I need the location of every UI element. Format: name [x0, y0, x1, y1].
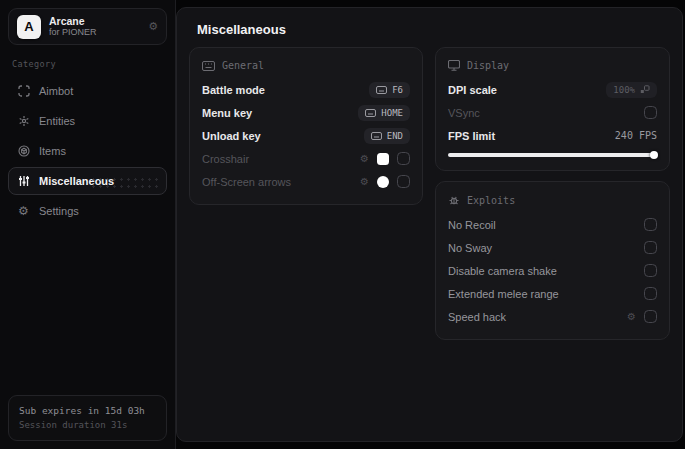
extended-melee-range-label: Extended melee range [448, 288, 559, 300]
offscreen-arrows-checkbox[interactable] [397, 175, 410, 188]
battle-mode-row: Battle mode F6 [202, 78, 410, 101]
dpi-scale-value: 100% [613, 85, 635, 95]
app-subtitle: for PIONER [49, 27, 140, 37]
unload-key-label: Unload key [202, 130, 261, 142]
crosshair-controls: ⚙ [360, 152, 410, 165]
display-card-header: Display [448, 60, 657, 71]
keyboard-icon [365, 109, 376, 117]
gear-icon[interactable]: ⚙ [627, 312, 636, 322]
crosshair-row: Crosshair ⚙ [202, 147, 410, 170]
general-card: General Battle mode F6 Menu key [189, 47, 423, 205]
sidebar-item-settings[interactable]: ⚙ Settings [8, 197, 167, 225]
sliders-icon [17, 175, 30, 188]
crosshair-label: Crosshair [202, 153, 249, 165]
gear-icon[interactable]: ⚙ [360, 154, 369, 164]
unload-key-keybind[interactable]: END [364, 128, 410, 144]
sidebar-item-label: Miscellaneous [39, 175, 114, 187]
gear-icon[interactable]: ⚙ [148, 20, 158, 33]
crosshair-checkbox[interactable] [397, 152, 410, 165]
fps-limit-label: FPS limit [448, 130, 495, 142]
extended-melee-range-checkbox[interactable] [644, 287, 657, 300]
speed-hack-controls: ⚙ [627, 310, 657, 323]
app-name: Arcane [49, 15, 140, 27]
entities-icon [17, 115, 30, 128]
no-recoil-label: No Recoil [448, 219, 496, 231]
battle-mode-keybind[interactable]: F6 [369, 82, 410, 98]
fps-limit-value: 240 FPS [615, 130, 657, 141]
no-recoil-checkbox[interactable] [644, 218, 657, 231]
offscreen-arrows-row: Off-Screen arrows ⚙ [202, 170, 410, 193]
fps-limit-row: FPS limit 240 FPS [448, 124, 657, 147]
sidebar-item-label: Aimbot [39, 85, 73, 97]
no-sway-checkbox[interactable] [644, 241, 657, 254]
exploits-header-label: Exploits [467, 195, 515, 206]
dpi-scale-label: DPI scale [448, 84, 497, 96]
keyboard-icon [202, 61, 215, 71]
fps-limit-slider[interactable] [448, 151, 657, 159]
extended-melee-range-row: Extended melee range [448, 282, 657, 305]
sidebar-item-entities[interactable]: Entities [8, 107, 167, 135]
vsync-checkbox[interactable] [644, 106, 657, 119]
dpi-scale-select[interactable]: 100% [606, 82, 657, 98]
slider-track [448, 153, 657, 157]
app-logo: A [17, 15, 41, 39]
vsync-label: VSync [448, 107, 480, 119]
battle-mode-label: Battle mode [202, 84, 265, 96]
unload-key-row: Unload key END [202, 124, 410, 147]
disable-camera-shake-label: Disable camera shake [448, 265, 557, 277]
crosshair-color-swatch[interactable] [377, 153, 389, 165]
offscreen-arrows-label: Off-Screen arrows [202, 176, 291, 188]
slider-thumb[interactable] [650, 151, 658, 159]
display-header-label: Display [467, 60, 509, 71]
menu-key-label: Menu key [202, 107, 252, 119]
keybind-value: END [387, 131, 403, 141]
menu-key-keybind[interactable]: HOME [358, 105, 410, 121]
display-card: Display DPI scale 100% VSync [435, 47, 670, 171]
sidebar-item-aimbot[interactable]: Aimbot [8, 77, 167, 105]
offscreen-arrows-controls: ⚙ [360, 175, 410, 188]
main-panel: Miscellaneous General Battle mode [176, 7, 683, 442]
sub-expires-text: Sub expires in 15d 03h [19, 404, 156, 418]
no-sway-label: No Sway [448, 242, 492, 254]
dpi-scale-row: DPI scale 100% [448, 78, 657, 101]
keyboard-icon [376, 86, 387, 94]
subscription-status-card: Sub expires in 15d 03h Session duration … [8, 395, 167, 441]
sidebar-item-label: Settings [39, 205, 79, 217]
sidebar-item-items[interactable]: Items [8, 137, 167, 165]
sidebar-item-miscellaneous[interactable]: Miscellaneous [8, 167, 167, 195]
crosshair-scan-icon [17, 85, 30, 98]
gear-icon: ⚙ [17, 205, 30, 218]
sidebar-item-label: Entities [39, 115, 75, 127]
left-column: General Battle mode F6 Menu key [189, 47, 423, 205]
no-recoil-row: No Recoil [448, 213, 657, 236]
no-sway-row: No Sway [448, 236, 657, 259]
speed-hack-row: Speed hack ⚙ [448, 305, 657, 328]
sidebar: A Arcane for PIONER ⚙ Category Aimbot [0, 0, 176, 449]
offscreen-arrows-color-swatch[interactable] [377, 176, 389, 188]
sidebar-item-label: Items [39, 145, 66, 157]
logo-card: A Arcane for PIONER ⚙ [8, 8, 167, 45]
disable-camera-shake-row: Disable camera shake [448, 259, 657, 282]
vsync-row: VSync [448, 101, 657, 124]
exploits-card: Exploits No Recoil No Sway Disable camer… [435, 181, 670, 340]
speed-hack-label: Speed hack [448, 311, 506, 323]
content-columns: General Battle mode F6 Menu key [177, 47, 682, 340]
menu-key-row: Menu key HOME [202, 101, 410, 124]
category-label: Category [12, 59, 167, 69]
keybind-value: HOME [381, 108, 403, 118]
logo-letter: A [24, 19, 33, 34]
page-title: Miscellaneous [197, 22, 682, 37]
sidebar-nav: Aimbot Entities Items [8, 77, 167, 225]
right-column: Display DPI scale 100% VSync [435, 47, 670, 340]
app-title-block: Arcane for PIONER [49, 15, 140, 37]
session-duration-text: Session duration 31s [19, 419, 156, 433]
gear-icon[interactable]: ⚙ [360, 177, 369, 187]
general-header-label: General [222, 60, 264, 71]
package-icon [17, 145, 30, 158]
scale-squares-icon [640, 85, 650, 94]
monitor-icon [448, 60, 460, 71]
disable-camera-shake-checkbox[interactable] [644, 264, 657, 277]
bug-icon [448, 194, 460, 206]
speed-hack-checkbox[interactable] [644, 310, 657, 323]
general-card-header: General [202, 60, 410, 71]
